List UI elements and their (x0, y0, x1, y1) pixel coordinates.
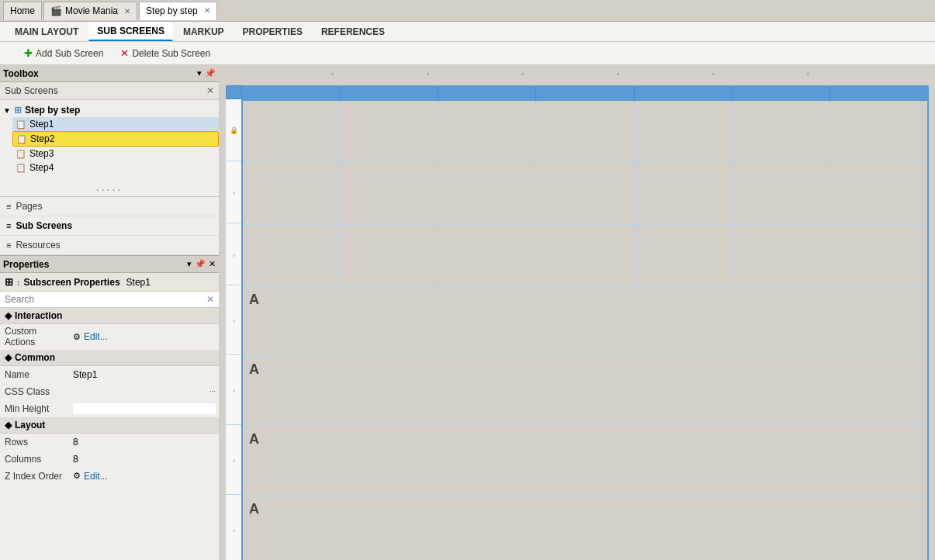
prop-section-interaction-header[interactable]: ◆ Interaction (0, 308, 219, 324)
ruler-mark-4[interactable]: ⬦ (616, 70, 620, 77)
left-row-handle-4[interactable]: ⬦ (226, 285, 241, 355)
grid-cell-2-1[interactable] (243, 163, 341, 224)
properties-arrow-down-icon[interactable]: ▾ (187, 259, 192, 269)
grid-cell-1-5[interactable] (635, 101, 732, 162)
ruler-mark-5[interactable]: ⬦ (712, 70, 715, 77)
grid-cell-1-1[interactable] (243, 101, 341, 162)
prop-section-common-header[interactable]: ◆ Common (0, 350, 219, 366)
nav-section-resources[interactable]: ≡ Resources (0, 236, 219, 255)
grid-cell-2-6[interactable] (732, 163, 830, 224)
sub-screens-close-icon[interactable]: ✕ (206, 85, 214, 96)
grid-cell-3-6[interactable] (732, 225, 830, 286)
ruler-mark-6[interactable]: ⬦ (806, 70, 810, 77)
grid-cell-2-2[interactable] (341, 163, 438, 224)
tree-group[interactable]: ▼ ⊞ Step by step (0, 103, 219, 117)
ruler-mark-2[interactable]: ⬦ (426, 70, 430, 77)
tree-item-step2[interactable]: 📋 Step2 (12, 131, 219, 147)
prop-section-layout-header[interactable]: ◆ Layout (0, 417, 219, 434)
grid-header-col-3[interactable] (438, 87, 536, 101)
grid-text-cell-1[interactable]: A (243, 287, 927, 356)
grid-text-cell-2[interactable]: A (243, 357, 927, 426)
left-row-handle-5[interactable]: ⬦ (226, 355, 241, 425)
grid-cell-1-2[interactable] (341, 101, 438, 162)
custom-actions-edit-label[interactable]: Edit... (84, 331, 108, 342)
grid-row-1 (243, 101, 927, 163)
row-handle-icon-1: 🔒 (230, 126, 238, 134)
left-row-handle-3[interactable]: ⬦ (226, 223, 241, 285)
grid-header-col-7[interactable] (830, 87, 927, 101)
tree-item-step2-label: Step2 (30, 133, 54, 144)
delete-sub-screen-button[interactable]: ✕ Delete Sub Screen (115, 44, 216, 62)
grid-cell-3-1[interactable] (243, 225, 341, 286)
grid-cell-1-4[interactable] (536, 101, 634, 162)
left-row-handle-1[interactable]: 🔒 (226, 99, 241, 161)
tab-step-by-step-close[interactable]: ✕ (204, 6, 210, 15)
properties-pin-icon[interactable]: 📌 (195, 259, 206, 269)
grid-cell-3-7[interactable] (830, 225, 927, 286)
left-row-handle-6[interactable]: ⬦ (226, 425, 241, 495)
grid-row-2 (243, 163, 927, 225)
left-row-handle-2[interactable]: ⬦ (226, 161, 241, 223)
grid-header-col-2[interactable] (341, 87, 438, 101)
grid-cell-3-4[interactable] (536, 225, 634, 286)
min-height-input[interactable] (73, 403, 216, 414)
toolbox-icons: ▾ 📌 (197, 68, 216, 78)
grid-cell-2-7[interactable] (830, 163, 927, 224)
grid-header-col-5[interactable] (635, 87, 732, 101)
toolbox-minimize-icon[interactable]: ▾ (197, 68, 202, 78)
css-class-more-icon[interactable]: ··· (210, 387, 216, 396)
grid-cell-3-3[interactable] (438, 225, 536, 286)
row-handle-icon-6: ⬦ (232, 456, 236, 464)
prop-section-layout: ◆ Layout Rows 8 Columns 8 (0, 417, 219, 485)
nav-section-pages[interactable]: ≡ Pages (0, 197, 219, 216)
add-sub-screen-button[interactable]: ✚ Add Sub Screen (19, 44, 109, 62)
properties-close-icon[interactable]: ✕ (209, 259, 216, 269)
tab-markup[interactable]: MARKUP (175, 22, 233, 41)
tree-items: 📋 Step1 📋 Step2 📋 Step3 📋 (12, 117, 219, 175)
prop-value-min-height[interactable] (70, 402, 219, 416)
grid-cell-1-3[interactable] (438, 101, 536, 162)
grid-cell-2-4[interactable] (536, 163, 634, 224)
grid-cell-2-3[interactable] (438, 163, 536, 224)
ruler-mark-1[interactable]: ⬦ (331, 70, 334, 77)
tab-references[interactable]: REFERENCES (313, 22, 393, 41)
subscreen-props-icon2: ↕ (16, 278, 21, 287)
search-clear-icon[interactable]: ✕ (206, 294, 214, 305)
grid-cell-1-7[interactable] (830, 101, 927, 162)
subscreen-props-title: Subscreen Properties (24, 277, 120, 288)
nav-section-sub-screens[interactable]: ≡ Sub Screens (0, 216, 219, 236)
search-input[interactable] (5, 294, 203, 305)
z-index-edit-label[interactable]: Edit... (84, 471, 108, 482)
grid-cell-2-5[interactable] (635, 163, 732, 224)
props-content: ◆ Interaction Custom Actions ⚙ Edit... (0, 308, 219, 560)
tab-sub-screens[interactable]: SUB SCREENS (88, 22, 173, 41)
tree-item-step1[interactable]: 📋 Step1 (12, 117, 219, 131)
grid-cell-3-5[interactable] (635, 225, 732, 286)
prop-section-interaction: ◆ Interaction Custom Actions ⚙ Edit... (0, 308, 219, 350)
tab-step-by-step[interactable]: Step by step ✕ (139, 2, 217, 20)
tab-home[interactable]: Home (3, 2, 42, 20)
tree-item-step4[interactable]: 📋 Step4 (12, 161, 219, 175)
left-row-handle-7[interactable]: ⬦ (226, 495, 241, 560)
grid-cell-1-6[interactable] (732, 101, 830, 162)
grid-text-cell-4[interactable]: A (243, 496, 927, 560)
tab-main-layout[interactable]: MAIN LAYOUT (6, 22, 87, 41)
tree-item-step3[interactable]: 📋 Step3 (12, 147, 219, 161)
canvas-inner: ⬦ ⬦ ⬦ ⬦ ⬦ ⬦ 🔒 (220, 65, 935, 560)
tab-movie-mania-close[interactable]: ✕ (124, 7, 130, 16)
tab-movie-mania-icon: 🎬 (50, 5, 62, 16)
tree-expand-icon: ▼ (3, 106, 11, 115)
grid-header-col-1[interactable] (243, 87, 341, 101)
grid-text-cell-3[interactable]: A (243, 427, 927, 496)
grid-header-col-4[interactable] (536, 87, 634, 101)
grid-cell-3-2[interactable] (341, 225, 438, 286)
grid-header (243, 87, 927, 101)
tab-movie-mania[interactable]: 🎬 Movie Mania ✕ (43, 2, 137, 20)
tab-properties[interactable]: PROPERTIES (234, 22, 311, 41)
grid-header-col-6[interactable] (732, 87, 830, 101)
left-header-handle[interactable] (226, 85, 241, 99)
ruler-mark-3[interactable]: ⬦ (521, 70, 525, 77)
grid-text-label-1: A (249, 292, 259, 307)
grid-text-label-2: A (249, 361, 259, 377)
toolbox-pin-icon[interactable]: 📌 (205, 68, 216, 78)
